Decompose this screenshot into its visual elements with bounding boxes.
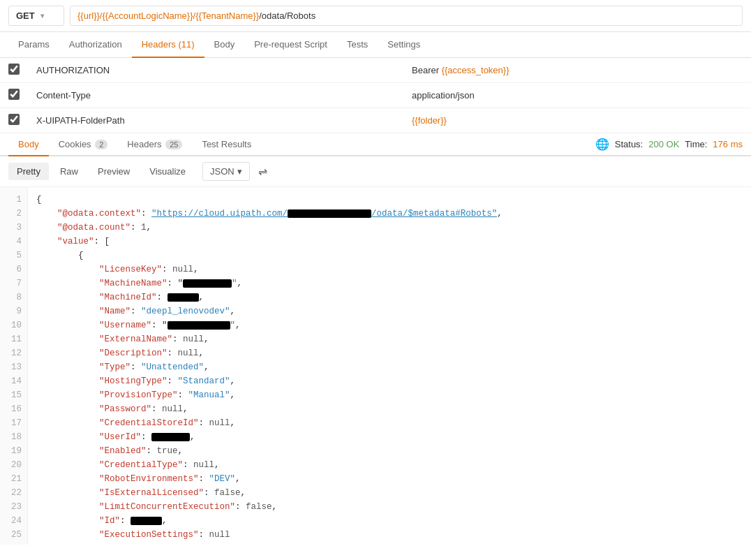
line-number: 15	[8, 388, 22, 402]
line-number: 1	[8, 193, 22, 207]
code-line: "RobotEnvironments": "DEV",	[36, 472, 743, 486]
line-number: 21	[8, 472, 22, 486]
line-number: 2	[8, 207, 22, 221]
code-line: "ProvisionType": "Manual",	[36, 388, 743, 402]
line-number: 20	[8, 458, 22, 472]
header-check-folder-path[interactable]	[8, 114, 20, 125]
code-line: "@odata.count": 1,	[36, 221, 743, 235]
code-line: "HostingType": "Standard",	[36, 374, 743, 388]
headers-table: AUTHORIZATION Bearer {{access_token}} Co…	[0, 58, 751, 133]
globe-icon: 🌐	[595, 138, 609, 151]
code-line: "Username": " ",	[36, 318, 743, 332]
line-number: 12	[8, 346, 22, 360]
line-number: 14	[8, 374, 22, 388]
header-check-content-type[interactable]	[8, 89, 20, 100]
method-select[interactable]: GET ▾	[8, 6, 64, 26]
line-number: 10	[8, 318, 22, 332]
line-number: 18	[8, 430, 22, 444]
format-preview[interactable]: Preview	[89, 163, 138, 180]
header-key-content-type: Content-Type	[36, 90, 91, 101]
code-line: "ExecutionSettings": null	[36, 528, 743, 542]
tab-body[interactable]: Body	[205, 32, 245, 58]
header-key-authorization: AUTHORIZATION	[36, 65, 110, 75]
code-line: "Description": null,	[36, 346, 743, 360]
tab-body-label: Body	[18, 139, 39, 149]
body-format-bar: Pretty Raw Preview Visualize JSON ▾ ⇌	[0, 156, 751, 187]
line-number: 4	[8, 235, 22, 249]
header-value-authorization-text: Bearer	[412, 65, 442, 75]
tab-authorization[interactable]: Authorization	[59, 32, 132, 58]
header-value-content-type: application/json	[412, 90, 475, 101]
json-label: JSON	[210, 166, 235, 177]
header-row-folder-path: X-UIPATH-FolderPath {{folder}}	[0, 108, 751, 133]
time-value: 176 ms	[713, 139, 743, 149]
code-line: "MachineId": ,	[36, 290, 743, 304]
format-visualize[interactable]: Visualize	[141, 163, 194, 180]
line-number: 3	[8, 221, 22, 235]
tab-params[interactable]: Params	[8, 32, 59, 58]
headers-badge: 25	[165, 140, 182, 149]
code-line: "Type": "Unattended",	[36, 360, 743, 374]
line-number: 6	[8, 263, 22, 277]
status-label: Status:	[615, 139, 643, 149]
tab-headers[interactable]: Headers (11)	[132, 32, 205, 58]
json-selector[interactable]: JSON ▾	[202, 162, 250, 181]
line-number: 16	[8, 402, 22, 416]
tab-cookies[interactable]: Cookies 2	[49, 133, 118, 156]
status-value: 200 OK	[648, 139, 679, 149]
url-bar: GET ▾ {{url}}/{{AccountLogicName}}/{{Ten…	[0, 0, 751, 32]
code-content: { "@odata.context": "https://cloud.uipat…	[28, 187, 751, 545]
method-chevron: ▾	[40, 12, 44, 20]
code-container: 1234567891011121314151617181920212223242…	[0, 187, 751, 545]
line-number: 17	[8, 416, 22, 430]
code-line: "UserId": ,	[36, 430, 743, 444]
line-number: 23	[8, 500, 22, 514]
tab-cookies-label: Cookies	[59, 139, 91, 149]
code-line: {	[36, 249, 743, 263]
code-line: "LicenseKey": null,	[36, 263, 743, 277]
response-tabs: Body Cookies 2 Headers 25 Test Results 🌐…	[0, 133, 751, 156]
format-raw[interactable]: Raw	[52, 163, 87, 180]
line-number: 13	[8, 360, 22, 374]
format-pretty[interactable]: Pretty	[8, 163, 49, 180]
line-number: 25	[8, 528, 22, 542]
time-label: Time:	[685, 139, 707, 149]
json-chevron: ▾	[237, 166, 242, 177]
tab-body-response[interactable]: Body	[8, 133, 49, 156]
code-line: "value": [	[36, 235, 743, 249]
header-key-folder-path: X-UIPATH-FolderPath	[36, 115, 125, 126]
code-line: "MachineName": " ",	[36, 277, 743, 290]
header-value-authorization-template: {{access_token}}	[442, 65, 510, 75]
line-number: 9	[8, 304, 22, 318]
line-number: 8	[8, 290, 22, 304]
header-row-content-type: Content-Type application/json	[0, 83, 751, 108]
tab-test-results[interactable]: Test Results	[192, 133, 261, 156]
cookies-badge: 2	[95, 140, 107, 149]
code-line: "Password": null,	[36, 402, 743, 416]
code-line: "LimitConcurrentExecution": false,	[36, 500, 743, 514]
line-number: 11	[8, 332, 22, 346]
tab-tests[interactable]: Tests	[337, 32, 378, 58]
method-label: GET	[16, 10, 35, 21]
tab-settings[interactable]: Settings	[378, 32, 430, 58]
code-line: "CredentialStoreId": null,	[36, 416, 743, 430]
line-number: 5	[8, 249, 22, 263]
tab-response-headers[interactable]: Headers 25	[117, 133, 192, 156]
code-line: "IsExternalLicensed": false,	[36, 486, 743, 500]
url-display[interactable]: {{url}}/{{AccountLogicName}}/{{TenantNam…	[70, 6, 743, 26]
code-line: "Id": ,	[36, 514, 743, 528]
header-value-folder-path: {{folder}}	[412, 115, 447, 126]
header-check-authorization[interactable]	[8, 64, 20, 75]
code-line: "Name": "deepl_lenovodev",	[36, 304, 743, 318]
line-number: 22	[8, 486, 22, 500]
line-number: 19	[8, 444, 22, 458]
tab-response-headers-label: Headers	[127, 139, 161, 149]
response-meta: 🌐 Status: 200 OK Time: 176 ms	[595, 138, 743, 151]
code-line: "Enabled": true,	[36, 444, 743, 458]
wrap-icon[interactable]: ⇌	[258, 165, 267, 178]
tab-test-results-label: Test Results	[202, 139, 251, 149]
code-line: "CredentialType": null,	[36, 458, 743, 472]
line-number: 7	[8, 277, 22, 290]
tab-prerequest[interactable]: Pre-request Script	[244, 32, 337, 58]
request-tabs: Params Authorization Headers (11) Body P…	[0, 32, 751, 58]
